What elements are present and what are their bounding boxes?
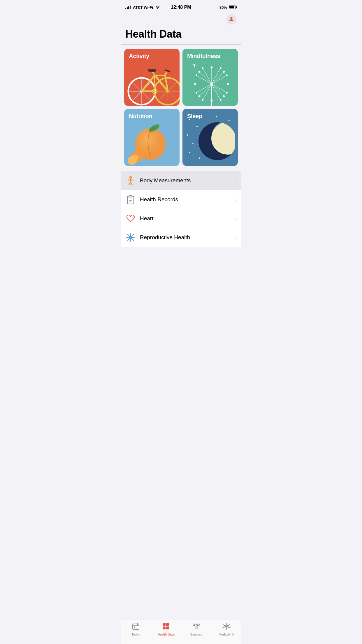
carrier-signal: AT&T Wi-Fi bbox=[125, 5, 160, 10]
star-decoration bbox=[216, 116, 217, 117]
body-measurements-item[interactable]: Body Measurements › bbox=[121, 171, 241, 190]
svg-line-7 bbox=[132, 82, 142, 91]
peach-illustration bbox=[124, 119, 180, 166]
chevron-icon: › bbox=[235, 216, 237, 222]
mindfulness-card[interactable]: Mindfulness bbox=[182, 49, 238, 106]
moon-illustration bbox=[194, 119, 235, 163]
activity-card[interactable]: Activity bbox=[124, 49, 180, 106]
status-bar: AT&T Wi-Fi 12:48 PM 80% bbox=[121, 0, 241, 13]
profile-button[interactable] bbox=[226, 14, 237, 24]
signal-icon bbox=[125, 6, 131, 9]
profile-area bbox=[121, 13, 241, 27]
battery-percentage: 80% bbox=[219, 5, 227, 10]
svg-point-65 bbox=[220, 67, 222, 69]
svg-point-100 bbox=[133, 234, 134, 235]
star-decoration bbox=[192, 143, 194, 144]
svg-point-62 bbox=[196, 92, 197, 94]
svg-point-61 bbox=[226, 92, 228, 94]
svg-point-51 bbox=[211, 100, 212, 102]
nutrition-label: Nutrition bbox=[129, 113, 152, 120]
battery-icon bbox=[229, 6, 237, 9]
svg-line-18 bbox=[168, 91, 178, 101]
sleep-card[interactable]: Sleep bbox=[182, 109, 238, 166]
svg-point-96 bbox=[126, 237, 127, 238]
heart-icon bbox=[125, 213, 136, 224]
svg-rect-30 bbox=[148, 69, 156, 72]
svg-point-57 bbox=[223, 71, 225, 73]
svg-point-58 bbox=[202, 67, 203, 69]
svg-point-97 bbox=[134, 237, 135, 238]
svg-line-38 bbox=[200, 73, 212, 84]
carrier-label: AT&T Wi-Fi bbox=[133, 5, 153, 10]
profile-icon bbox=[228, 16, 235, 23]
star-decoration bbox=[187, 134, 188, 136]
reproductive-health-icon bbox=[125, 232, 136, 243]
dandelion-illustration bbox=[188, 56, 235, 106]
sleep-label: Sleep bbox=[187, 113, 202, 120]
mindfulness-label: Mindfulness bbox=[187, 53, 220, 60]
svg-line-9 bbox=[132, 91, 142, 101]
svg-point-63 bbox=[226, 75, 228, 76]
svg-rect-86 bbox=[129, 195, 132, 197]
svg-point-64 bbox=[202, 99, 203, 101]
body-measurements-label: Body Measurements bbox=[140, 177, 235, 184]
heart-item[interactable]: Heart › bbox=[121, 209, 241, 228]
svg-line-40 bbox=[200, 84, 212, 95]
svg-point-60 bbox=[196, 75, 197, 76]
svg-point-99 bbox=[133, 240, 134, 241]
category-grid: Activity bbox=[121, 45, 241, 170]
health-records-icon bbox=[125, 194, 136, 205]
svg-point-53 bbox=[227, 83, 229, 85]
svg-point-50 bbox=[211, 66, 212, 68]
battery-area: 80% bbox=[219, 5, 237, 10]
heart-label: Heart bbox=[140, 215, 235, 222]
page-title: Health Data bbox=[125, 28, 237, 40]
chevron-icon: › bbox=[235, 178, 237, 184]
svg-point-54 bbox=[198, 71, 200, 73]
svg-line-39 bbox=[212, 84, 223, 95]
svg-line-28 bbox=[166, 70, 169, 71]
star-decoration bbox=[189, 152, 190, 153]
wifi-icon bbox=[155, 5, 160, 10]
svg-point-0 bbox=[230, 17, 232, 19]
health-records-label: Health Records bbox=[140, 196, 235, 203]
list-section: Body Measurements › Health Records › Hea… bbox=[121, 171, 241, 247]
reproductive-health-item[interactable]: Reproductive Health › bbox=[121, 228, 241, 247]
svg-point-98 bbox=[127, 234, 129, 235]
chevron-icon: › bbox=[235, 235, 237, 241]
activity-label: Activity bbox=[129, 53, 149, 60]
svg-point-52 bbox=[194, 83, 196, 85]
svg-line-19 bbox=[158, 91, 168, 101]
svg-point-95 bbox=[130, 241, 131, 242]
svg-point-101 bbox=[127, 240, 129, 241]
svg-line-20 bbox=[168, 82, 178, 91]
svg-point-56 bbox=[198, 95, 200, 97]
svg-point-55 bbox=[223, 95, 225, 97]
nutrition-card[interactable]: Nutrition bbox=[124, 109, 180, 166]
svg-line-8 bbox=[142, 91, 151, 101]
reproductive-health-label: Reproductive Health bbox=[140, 234, 235, 241]
svg-point-59 bbox=[220, 99, 222, 101]
svg-line-41 bbox=[212, 73, 223, 84]
svg-point-94 bbox=[130, 233, 131, 234]
body-measurements-icon bbox=[125, 175, 136, 186]
chevron-icon: › bbox=[235, 197, 237, 203]
page-header: Health Data bbox=[121, 27, 241, 45]
svg-line-84 bbox=[131, 182, 132, 185]
health-records-item[interactable]: Health Records › bbox=[121, 190, 241, 209]
bicycle-illustration bbox=[124, 59, 180, 106]
status-time: 12:48 PM bbox=[171, 5, 191, 10]
